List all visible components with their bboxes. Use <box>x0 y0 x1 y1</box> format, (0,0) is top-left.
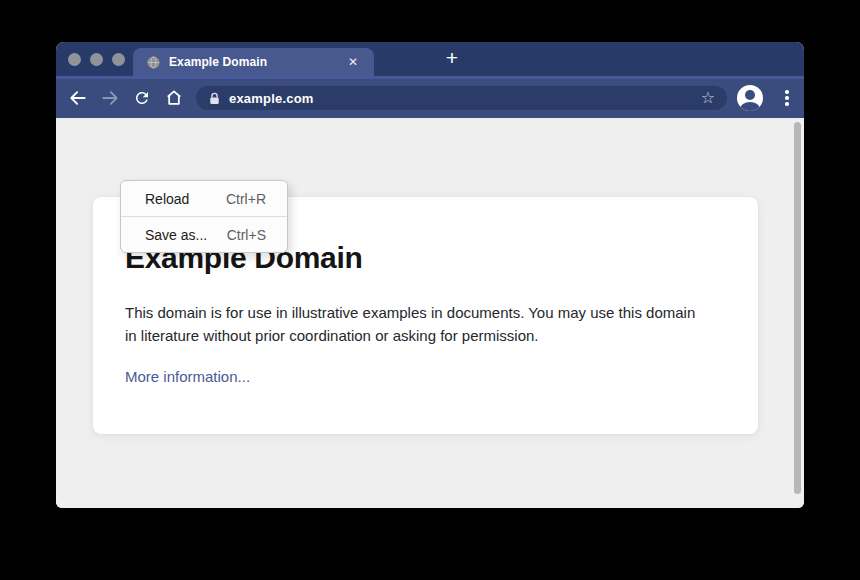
home-button[interactable] <box>162 86 186 110</box>
close-window-button[interactable] <box>68 53 81 66</box>
zoom-window-button[interactable] <box>112 53 125 66</box>
forward-button[interactable] <box>98 86 122 110</box>
browser-window: Example Domain ✕ + example <box>56 42 804 508</box>
profile-avatar-button[interactable] <box>737 85 763 111</box>
browser-tab[interactable]: Example Domain ✕ <box>133 48 374 76</box>
new-tab-button[interactable]: + <box>439 46 465 72</box>
context-menu-item-save-as[interactable]: Save as... Ctrl+S <box>121 217 287 252</box>
secure-lock-icon[interactable] <box>209 92 220 105</box>
back-arrow-icon <box>68 88 88 108</box>
tab-close-icon[interactable]: ✕ <box>344 53 362 71</box>
url-text[interactable]: example.com <box>229 91 699 106</box>
desktop-background: Example Domain ✕ + example <box>0 0 860 580</box>
menu-item-label: Save as... <box>145 227 207 243</box>
window-controls <box>68 42 125 76</box>
menu-item-shortcut: Ctrl+S <box>227 227 266 243</box>
avatar-person-icon <box>745 90 755 100</box>
browser-menu-button[interactable] <box>775 86 799 110</box>
back-button[interactable] <box>66 86 90 110</box>
page-paragraph: This domain is for use in illustrative e… <box>125 302 710 347</box>
home-icon <box>164 88 184 108</box>
context-menu-item-reload[interactable]: Reload Ctrl+R <box>121 181 287 216</box>
forward-arrow-icon <box>100 88 120 108</box>
bookmark-star-icon[interactable]: ☆ <box>699 90 717 106</box>
minimize-window-button[interactable] <box>90 53 103 66</box>
reload-icon <box>133 89 151 107</box>
menu-item-label: Reload <box>145 191 189 207</box>
favicon-globe-icon <box>147 56 160 69</box>
navigation-toolbar: example.com ☆ <box>56 76 804 118</box>
address-bar[interactable]: example.com ☆ <box>196 86 727 110</box>
overflow-dots-icon <box>785 90 789 94</box>
scrollbar-thumb[interactable] <box>794 122 801 494</box>
page-viewport: Example Domain This domain is for use in… <box>56 118 804 508</box>
title-bar: Example Domain ✕ + <box>56 42 804 76</box>
context-menu: Reload Ctrl+R Save as... Ctrl+S <box>120 180 288 253</box>
reload-button[interactable] <box>130 86 154 110</box>
more-information-link[interactable]: More information... <box>125 368 250 385</box>
tab-title: Example Domain <box>169 55 344 69</box>
menu-item-shortcut: Ctrl+R <box>226 191 266 207</box>
